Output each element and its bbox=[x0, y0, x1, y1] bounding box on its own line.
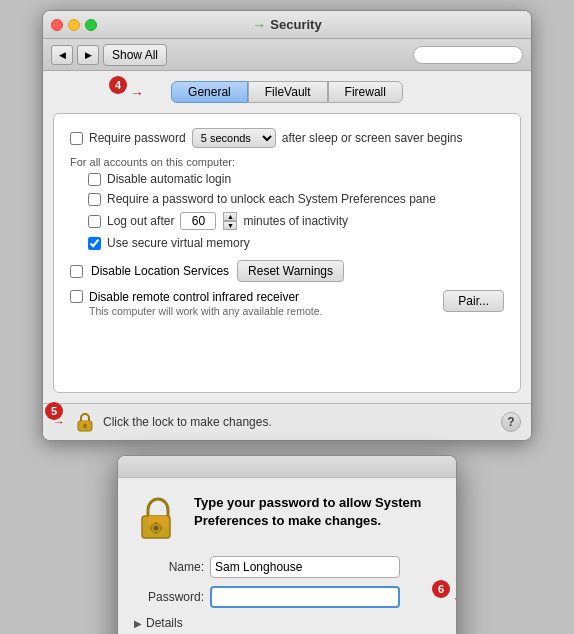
show-all-button[interactable]: Show All bbox=[103, 44, 167, 66]
reset-warnings-button[interactable]: Reset Warnings bbox=[237, 260, 344, 282]
secure-memory-checkbox[interactable] bbox=[88, 237, 101, 250]
secure-memory-label: Use secure virtual memory bbox=[107, 236, 250, 250]
disable-autologin-checkbox[interactable] bbox=[88, 173, 101, 186]
logout-minutes-input[interactable] bbox=[180, 212, 216, 230]
svg-rect-12 bbox=[150, 527, 152, 529]
svg-point-5 bbox=[83, 424, 87, 428]
dialog-lock-icon bbox=[134, 494, 182, 542]
secure-memory-row: Use secure virtual memory bbox=[88, 236, 504, 250]
after-sleep-label: after sleep or screen saver begins bbox=[282, 131, 463, 145]
stepper-up[interactable]: ▲ bbox=[223, 212, 237, 221]
search-input[interactable] bbox=[413, 46, 523, 64]
maximize-button[interactable] bbox=[85, 19, 97, 31]
arrow-icon: → bbox=[252, 17, 266, 33]
name-label: Name: bbox=[134, 560, 204, 574]
password-label: Password: bbox=[134, 590, 204, 604]
annotation-arrow-6: ← bbox=[452, 590, 457, 606]
require-password-unlock-label: Require a password to unlock each System… bbox=[107, 192, 436, 206]
logout-after-row: Log out after ▲ ▼ minutes of inactivity bbox=[88, 212, 504, 230]
tab-general[interactable]: General bbox=[171, 81, 248, 103]
pair-button[interactable]: Pair... bbox=[443, 290, 504, 312]
toolbar: ◀ ▶ Show All bbox=[43, 39, 531, 71]
password-input[interactable] bbox=[210, 586, 400, 608]
main-window: → Security ◀ ▶ Show All 4 → General File… bbox=[42, 10, 532, 441]
tabs: General FileVault Firewall bbox=[171, 81, 403, 103]
password-row: Password: 6 ← bbox=[134, 586, 440, 608]
password-timeout-dropdown[interactable]: 5 seconds 1 minute 5 minutes 15 minutes bbox=[192, 128, 276, 148]
disable-autologin-row: Disable automatic login bbox=[88, 172, 504, 186]
lock-label: Click the lock to make changes. bbox=[103, 415, 272, 429]
minutes-label: minutes of inactivity bbox=[243, 214, 348, 228]
details-triangle-icon: ▶ bbox=[134, 618, 142, 629]
security-panel: Require password 5 seconds 1 minute 5 mi… bbox=[53, 113, 521, 393]
svg-rect-10 bbox=[155, 522, 157, 524]
tabs-container: 4 → General FileVault Firewall bbox=[53, 81, 521, 103]
details-row[interactable]: ▶ Details bbox=[134, 616, 440, 630]
remote-control-section: Disable remote control infrared receiver… bbox=[70, 290, 504, 317]
tab-filevault[interactable]: FileVault bbox=[248, 81, 328, 103]
annotation-badge-6: 6 bbox=[432, 580, 450, 598]
details-label: Details bbox=[146, 616, 183, 630]
require-password-unlock-checkbox[interactable] bbox=[88, 193, 101, 206]
minimize-button[interactable] bbox=[68, 19, 80, 31]
help-button[interactable]: ? bbox=[501, 412, 521, 432]
svg-rect-11 bbox=[155, 532, 157, 534]
window-title-area: → Security bbox=[252, 17, 321, 33]
remote-control-subtext: This computer will work with any availab… bbox=[89, 305, 322, 317]
logout-after-label: Log out after bbox=[107, 214, 174, 228]
close-button[interactable] bbox=[51, 19, 63, 31]
location-services-label: Disable Location Services bbox=[91, 264, 229, 278]
bottom-bar: 5 → Click the lock to make changes. ? bbox=[43, 403, 531, 440]
require-password-checkbox[interactable] bbox=[70, 132, 83, 145]
logout-after-checkbox[interactable] bbox=[88, 215, 101, 228]
require-password-label: Require password bbox=[89, 131, 186, 145]
remote-control-label: Disable remote control infrared receiver bbox=[89, 290, 299, 304]
lock-container[interactable]: 5 → Click the lock to make changes. bbox=[53, 410, 272, 434]
annotation-badge-4: 4 bbox=[109, 76, 127, 94]
logout-stepper: ▲ ▼ bbox=[223, 212, 237, 230]
remote-control-row: Disable remote control infrared receiver bbox=[70, 290, 322, 304]
dialog-title-text: Type your password to allow System Prefe… bbox=[194, 494, 440, 530]
dialog-window: Type your password to allow System Prefe… bbox=[117, 455, 457, 634]
name-row: Name: bbox=[134, 556, 440, 578]
options-group: Disable automatic login Require a passwo… bbox=[88, 172, 504, 250]
require-password-unlock-row: Require a password to unlock each System… bbox=[88, 192, 504, 206]
remote-control-checkbox[interactable] bbox=[70, 290, 83, 303]
tab-firewall[interactable]: Firewall bbox=[328, 81, 403, 103]
dialog-title-bar bbox=[118, 456, 456, 478]
for-all-accounts-label: For all accounts on this computer: bbox=[70, 156, 504, 168]
dialog-header: Type your password to allow System Prefe… bbox=[134, 494, 440, 542]
annotation-arrow-4: → bbox=[130, 85, 144, 101]
stepper-down[interactable]: ▼ bbox=[223, 221, 237, 230]
svg-rect-13 bbox=[160, 527, 162, 529]
dialog-content: Type your password to allow System Prefe… bbox=[118, 478, 456, 634]
annotation-badge-5: 5 bbox=[45, 402, 63, 420]
lock-icon bbox=[73, 410, 97, 434]
require-password-row: Require password 5 seconds 1 minute 5 mi… bbox=[70, 128, 504, 148]
svg-point-9 bbox=[154, 526, 159, 531]
location-services-row: Disable Location Services Reset Warnings bbox=[70, 260, 504, 282]
traffic-lights bbox=[51, 19, 97, 31]
name-input[interactable] bbox=[210, 556, 400, 578]
disable-autologin-label: Disable automatic login bbox=[107, 172, 231, 186]
forward-button[interactable]: ▶ bbox=[77, 45, 99, 65]
window-content: 4 → General FileVault Firewall Require p… bbox=[43, 71, 531, 403]
back-button[interactable]: ◀ bbox=[51, 45, 73, 65]
location-services-checkbox[interactable] bbox=[70, 265, 83, 278]
remote-control-left: Disable remote control infrared receiver… bbox=[70, 290, 322, 317]
window-title: Security bbox=[270, 17, 321, 32]
title-bar: → Security bbox=[43, 11, 531, 39]
